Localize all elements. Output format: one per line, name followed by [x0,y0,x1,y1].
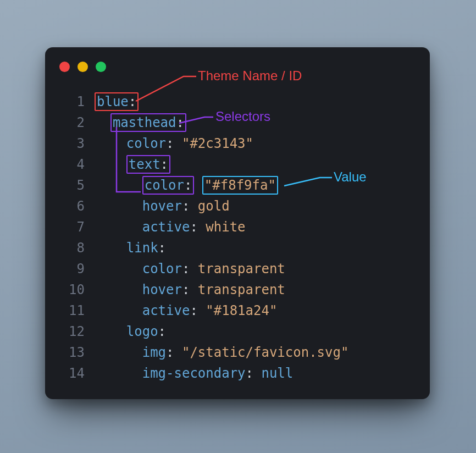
code-content: link: [95,237,166,258]
code-content: text: [95,154,170,175]
code-content: hover: transparent [95,279,285,300]
line-number: 10 [45,279,95,300]
line-number: 6 [45,196,95,217]
code-content: img: "/static/favicon.svg" [95,342,348,363]
line-number: 5 [45,175,95,196]
code-line: 9 color: transparent [45,258,430,279]
line-number: 9 [45,258,95,279]
line-number: 12 [45,321,95,342]
line-number: 13 [45,342,95,363]
code-content: color: transparent [95,258,285,279]
code-line: 10 hover: transparent [45,279,430,300]
minimize-icon[interactable] [78,62,88,72]
line-number: 4 [45,154,95,175]
zoom-icon[interactable] [96,62,106,72]
code-content: color: "#2c3143" [95,133,253,154]
line-number: 14 [45,363,95,384]
code-content: logo: [95,321,166,342]
line-number: 3 [45,133,95,154]
line-number: 8 [45,237,95,258]
code-editor: 1blue:2 masthead:3 color: "#2c3143"4 tex… [45,91,430,388]
window-controls [59,62,106,72]
code-line: 5 color: "#f8f9fa" [45,175,430,196]
annotation-theme: Theme Name / ID [198,68,302,84]
line-number: 11 [45,300,95,321]
code-line: 8 link: [45,237,430,258]
code-content: masthead: [95,112,186,133]
code-content: active: "#181a24" [95,300,277,321]
code-line: 11 active: "#181a24" [45,300,430,321]
code-line: 1blue: [45,91,430,112]
code-line: 6 hover: gold [45,196,430,217]
code-line: 4 text: [45,154,430,175]
code-content: blue: [95,91,139,112]
line-number: 1 [45,91,95,112]
code-line: 2 masthead: [45,112,430,133]
code-line: 3 color: "#2c3143" [45,133,430,154]
code-content: active: white [95,217,246,237]
code-content: img-secondary: null [95,363,293,384]
code-line: 14 img-secondary: null [45,363,430,384]
code-line: 7 active: white [45,217,430,237]
line-number: 7 [45,217,95,237]
line-number: 2 [45,112,95,133]
code-content: hover: gold [95,196,230,217]
code-line: 13 img: "/static/favicon.svg" [45,342,430,363]
code-window: Theme Name / ID Selectors Value 1blue:2 … [45,47,430,399]
close-icon[interactable] [59,62,70,72]
code-line: 12 logo: [45,321,430,342]
code-content: color: "#f8f9fa" [95,175,278,196]
